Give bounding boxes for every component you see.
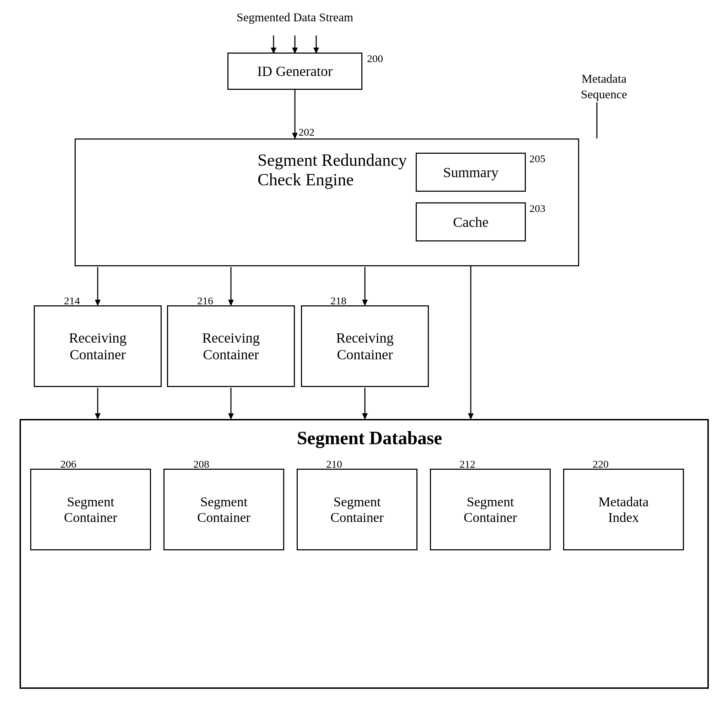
summary-ref: 205 (529, 153, 545, 165)
rc3-ref: 218 (330, 295, 346, 307)
metadata-index-ref: 220 (593, 458, 609, 470)
segment-container-3: Segment Container (297, 469, 418, 550)
srce-label: Segment Redundancy Check Engine (258, 150, 407, 189)
cache-ref: 203 (529, 202, 545, 214)
sc1-ref: 206 (60, 458, 76, 470)
sc2-ref: 208 (193, 458, 209, 470)
sc4-ref: 212 (459, 458, 476, 470)
segment-container-4: Segment Container (430, 469, 551, 550)
metadata-sequence-label: Metadata Sequence (569, 71, 639, 102)
rc1-ref: 214 (64, 295, 80, 307)
segment-container-1: Segment Container (30, 469, 151, 550)
id-generator-ref: 200 (367, 53, 383, 65)
segment-database-label: Segment Database (297, 427, 442, 449)
diagram: Segmented Data Stream ID Generator 200 M… (0, 0, 728, 719)
segmented-data-stream-label: Segmented Data Stream (206, 11, 384, 24)
sc3-ref: 210 (326, 458, 342, 470)
segment-container-2: Segment Container (164, 469, 284, 550)
receiving-container-3: Receiving Container (301, 305, 429, 387)
rc2-ref: 216 (197, 295, 213, 307)
cache-box: Cache (416, 202, 526, 241)
id-generator-box: ID Generator (227, 53, 362, 90)
receiving-container-2: Receiving Container (167, 305, 295, 387)
metadata-index-box: Metadata Index (563, 469, 684, 550)
summary-box: Summary (416, 153, 526, 192)
srce-ref-num: 202 (298, 126, 314, 138)
receiving-container-1: Receiving Container (34, 305, 162, 387)
